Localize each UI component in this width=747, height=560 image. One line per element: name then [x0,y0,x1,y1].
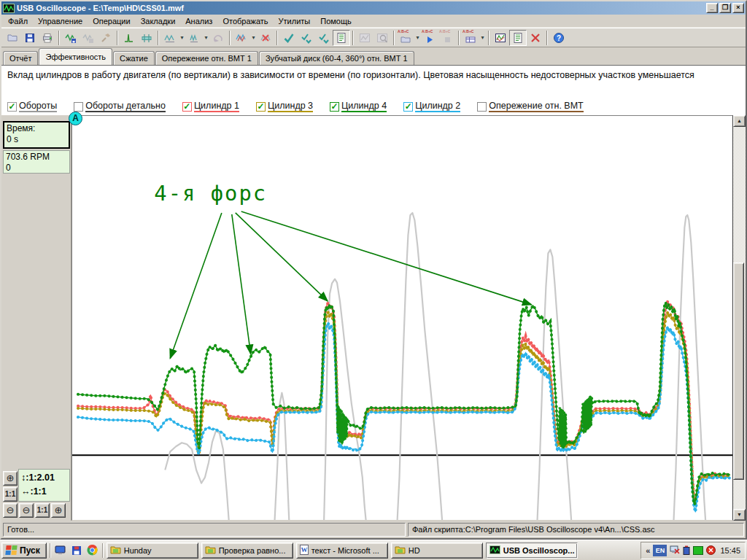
chart-area[interactable]: 4-я форс [71,115,733,521]
scope-icon [489,545,500,556]
scope-tray-icon[interactable] [693,546,703,555]
scrollbar-track[interactable] [733,127,746,509]
zoom-reset-vertical-button[interactable]: 1:1 [3,487,18,502]
save-waveform-as-icon[interactable] [80,30,97,46]
title-bar[interactable]: USB Oscilloscope - E:\Temp\HD\CSS01.mwf … [1,1,746,15]
report-view-icon[interactable] [509,30,527,46]
zoom-out-horizontal-button[interactable]: ⊖ [19,503,34,518]
checkbox-icon[interactable] [477,102,487,112]
menu-item-4[interactable]: Закладки [136,15,181,27]
series-toggle-1[interactable]: ✓Обороты [7,101,57,112]
graph-inspect-icon[interactable] [374,30,391,46]
save-waveform-icon[interactable] [62,30,80,46]
delete-waveform-icon[interactable] [257,30,274,46]
menu-item-1[interactable]: Файл [3,15,33,27]
expand-dropdown-icon[interactable]: ▾ [179,34,185,41]
view-description: Вклад цилиндров в работу двигателя (по в… [1,65,746,99]
script-run-icon[interactable]: A:B+C [421,30,438,46]
impulse-view-icon[interactable] [120,30,138,46]
task-button-1[interactable]: Hunday [107,542,198,559]
menu-item-2[interactable]: Управление [33,15,88,27]
undo-icon[interactable] [209,30,227,46]
checkbox-icon[interactable] [74,102,83,112]
save-icon[interactable] [70,544,83,557]
tab-4[interactable]: Опережение отн. ВМТ 1 [155,51,258,65]
zoom-out-vertical-button[interactable]: ⊖ [3,503,18,518]
close-button[interactable]: × [732,3,744,13]
report-list-icon[interactable] [333,30,350,46]
task-label: HD [409,546,420,555]
script-panel-icon[interactable]: A:B+C [462,30,479,46]
series-toggle-3[interactable]: ✓Цилиндр 1 [182,101,239,112]
open-file-icon[interactable] [4,30,21,46]
start-button[interactable]: Пуск [1,542,47,559]
checkbox-icon[interactable]: ✓ [256,102,266,112]
accept-icon[interactable] [280,30,298,46]
script-open-dropdown-icon[interactable]: ▾ [414,34,421,41]
zoom-in-vertical-button[interactable]: ⊕ [3,471,18,486]
tab-1[interactable]: Отчёт [3,51,38,65]
save-file-icon[interactable] [21,30,39,46]
checkbox-icon[interactable]: ✓ [182,102,192,112]
chart-view-icon[interactable] [492,30,509,46]
close-view-icon[interactable] [527,30,544,46]
apply-next-icon[interactable] [298,30,315,46]
series-toggle-6[interactable]: ✓Цилиндр 2 [403,101,460,112]
menu-item-6[interactable]: Отображать [217,15,273,27]
zoom-reset-horizontal-button[interactable]: 1:1 [35,503,50,518]
taskbar-clock: 15:45 [719,546,740,555]
tab-3[interactable]: Сжатие [113,51,155,65]
left-panel: Время: 0 s 703.6 RPM 0 ⊕ 1:1 ↕:1:2.01 ↔:… [1,115,71,521]
checkbox-icon[interactable]: ✓ [403,102,413,112]
rpm-value: 703.6 RPM [6,152,67,163]
menu-item-8[interactable]: Помощь [315,15,357,27]
tab-2[interactable]: Эффективность [39,48,112,65]
toolbar-separator [352,31,354,45]
combine-waveforms-icon[interactable] [233,30,250,46]
vertical-scrollbar[interactable]: ▲ ▼ [733,115,746,521]
graph-gray-icon[interactable] [356,30,374,46]
print-icon[interactable] [39,30,56,46]
tab-5[interactable]: Зубчатый диск (60-4, 360°) отн. ВМТ 1 [259,51,414,65]
menu-item-3[interactable]: Операции [88,15,135,27]
menu-item-5[interactable]: Анализ [180,15,217,27]
script-stop-icon[interactable]: A:B+C [438,30,456,46]
measure-icon[interactable] [138,30,155,46]
checkbox-icon[interactable]: ✓ [7,102,17,112]
expand-horizontal-icon[interactable] [161,30,179,46]
compress-horizontal-icon[interactable] [185,30,203,46]
menu-item-7[interactable]: Утилиты [274,15,316,27]
checkbox-icon[interactable]: ✓ [330,102,339,112]
minimize-button[interactable]: _ [706,3,718,13]
show-desktop-icon[interactable] [54,544,67,557]
task-button-2[interactable]: Проверка равно... [201,542,293,559]
chrome-icon[interactable] [86,544,99,557]
help-icon[interactable]: ? [550,30,568,46]
restore-button[interactable]: ❒ [719,3,731,13]
chart-plot: 4-я форс [72,116,732,520]
series-toggle-5[interactable]: ✓Цилиндр 4 [330,101,387,112]
tray-chevron-icon[interactable]: « [646,546,650,555]
task-label: Проверка равно... [219,546,286,555]
scroll-up-icon[interactable]: ▲ [733,115,746,127]
compress-dropdown-icon[interactable]: ▾ [203,34,209,41]
apply-all-icon[interactable] [315,30,333,46]
series-toggle-2[interactable]: Обороты детально [74,101,166,112]
task-button-5[interactable]: USB Oscilloscop... [486,542,578,559]
series-toggle-7[interactable]: Опережение отн. ВМТ [477,101,583,112]
task-button-3[interactable]: Wтекст - Microsoft ... [296,542,388,559]
series-toggle-4[interactable]: ✓Цилиндр 3 [256,101,313,112]
script-panel-dropdown-icon[interactable]: ▾ [479,34,486,41]
combine-dropdown-icon[interactable]: ▾ [250,34,257,41]
build-tool-icon[interactable] [97,30,115,46]
scrollbar-thumb[interactable] [733,262,744,480]
script-open-icon[interactable]: A:B+C [397,30,414,46]
language-indicator[interactable]: EN [653,545,667,556]
marker-a-badge[interactable]: A [69,112,82,125]
task-button-4[interactable]: HD [391,542,483,559]
zoom-in-horizontal-button[interactable]: ⊕ [51,503,66,518]
network-error-icon[interactable] [670,545,680,555]
scroll-down-icon[interactable]: ▼ [733,509,746,521]
battery-icon[interactable] [683,545,690,555]
alert-icon[interactable] [706,545,716,555]
